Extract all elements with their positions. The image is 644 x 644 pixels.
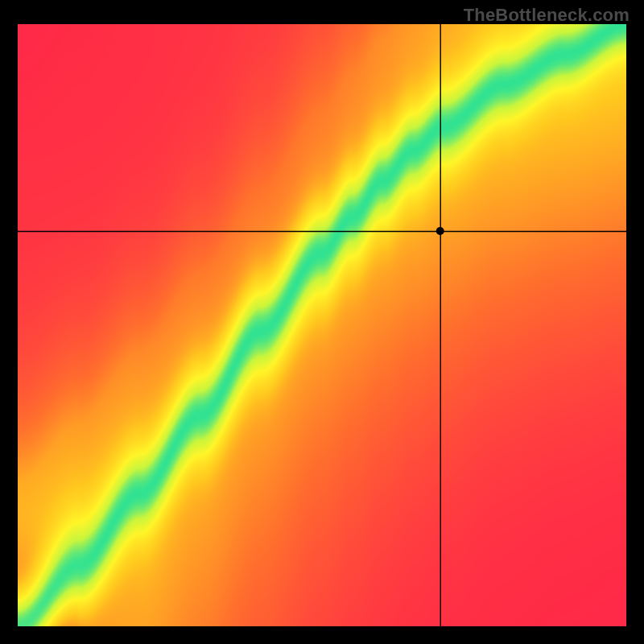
chart-frame: TheBottleneck.com [0,0,644,644]
heatmap-canvas [18,24,626,626]
watermark-text: TheBottleneck.com [464,5,630,26]
heatmap-plot [18,24,626,626]
